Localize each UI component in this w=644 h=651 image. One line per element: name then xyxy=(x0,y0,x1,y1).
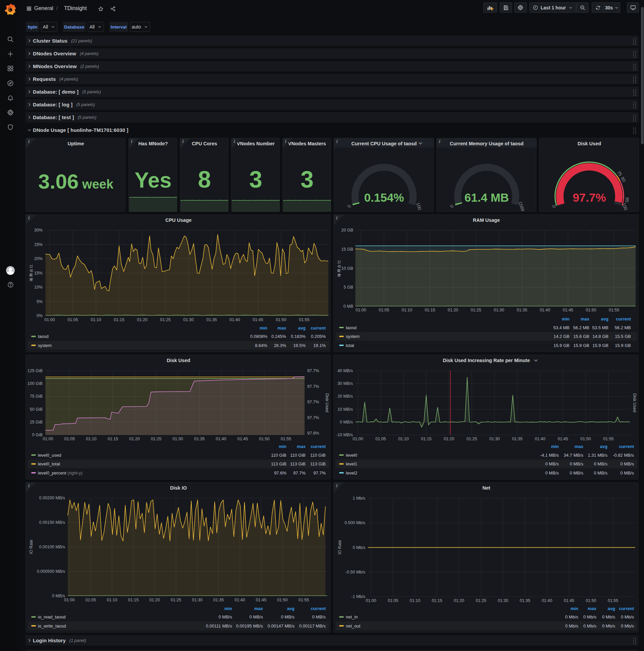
svg-text:Current Memory Usage of taosd: Current Memory Usage of taosd xyxy=(450,141,523,146)
svg-text:01:45: 01:45 xyxy=(557,437,568,441)
svg-text:34.7 MB/s: 34.7 MB/s xyxy=(564,453,583,458)
svg-text:01:20: 01:20 xyxy=(137,317,147,322)
svg-text:max: max xyxy=(588,606,597,611)
svg-text:0.000500 MB/s: 0.000500 MB/s xyxy=(37,569,65,574)
svg-text:-10 MB/s: -10 MB/s xyxy=(336,433,353,437)
svg-text:system: system xyxy=(38,343,52,348)
svg-text:15.6 GB: 15.6 GB xyxy=(573,334,589,339)
svg-text:max: max xyxy=(575,444,584,449)
svg-text:VNodes Masters: VNodes Masters xyxy=(288,141,326,146)
svg-text:Disk Used: Disk Used xyxy=(167,358,190,363)
svg-text:Disk IO: Disk IO xyxy=(170,485,187,491)
svg-text:100 GiB: 100 GiB xyxy=(28,381,42,386)
svg-text:0 MB/s: 0 MB/s xyxy=(312,614,326,619)
svg-text:01:35: 01:35 xyxy=(206,317,217,322)
svg-text:50 GiB: 50 GiB xyxy=(30,407,42,412)
svg-text:15.9 GB: 15.9 GB xyxy=(553,343,570,348)
svg-text:30 MB/s: 30 MB/s xyxy=(337,381,353,386)
svg-text:VNodes Number: VNodes Number xyxy=(237,141,275,146)
svg-text:0 MB/s: 0 MB/s xyxy=(250,614,263,619)
svg-text:0 Mb/s: 0 Mb/s xyxy=(602,614,615,619)
svg-text:01:30: 01:30 xyxy=(498,598,508,603)
svg-text:taosd: taosd xyxy=(38,334,49,339)
svg-text:01:50: 01:50 xyxy=(277,598,287,602)
svg-text:Disk Used Increasing Rate per: Disk Used Increasing Rate per Minute xyxy=(443,358,529,363)
svg-text:97.7%: 97.7% xyxy=(307,400,319,404)
svg-text:current: current xyxy=(619,444,634,449)
svg-text:0 MB/s: 0 MB/s xyxy=(52,594,65,598)
svg-text:min: min xyxy=(571,606,578,611)
svg-text:Current CPU Usage of taosd: Current CPU Usage of taosd xyxy=(351,141,417,146)
svg-text:0 MB: 0 MB xyxy=(344,304,353,309)
svg-text:min: min xyxy=(260,326,267,331)
svg-text:95: 95 xyxy=(624,197,630,203)
svg-text:total: total xyxy=(346,343,354,348)
svg-text:min: min xyxy=(551,444,559,449)
svg-text:01:25: 01:25 xyxy=(160,317,170,322)
svg-text:current: current xyxy=(311,326,326,331)
svg-text:75 GiB: 75 GiB xyxy=(30,394,42,399)
svg-text:3.06 week: 3.06 week xyxy=(38,170,114,193)
svg-text:0%: 0% xyxy=(37,313,42,318)
svg-text:01:10: 01:10 xyxy=(91,317,101,322)
svg-text:01:50: 01:50 xyxy=(586,308,596,312)
svg-text:110 GiB: 110 GiB xyxy=(310,453,326,458)
svg-text:3: 3 xyxy=(300,166,314,193)
svg-text:01:05: 01:05 xyxy=(86,598,96,602)
svg-text:-0.82 MB/s: -0.82 MB/s xyxy=(613,453,634,458)
svg-text:113 GiB: 113 GiB xyxy=(271,461,286,466)
svg-text:01:10: 01:10 xyxy=(107,598,117,602)
svg-text:1 Mb/s: 1 Mb/s xyxy=(353,496,365,501)
svg-text:min: min xyxy=(224,606,232,611)
svg-text:01:40: 01:40 xyxy=(540,308,550,312)
svg-text:0 MB/s: 0 MB/s xyxy=(620,470,634,475)
svg-text:01:20: 01:20 xyxy=(129,437,139,441)
svg-text:97.7%: 97.7% xyxy=(313,470,326,475)
svg-text:01:20: 01:20 xyxy=(448,308,458,312)
svg-text:Disk Used: Disk Used xyxy=(325,393,329,412)
svg-text:01:50: 01:50 xyxy=(259,437,269,441)
svg-text:01:20: 01:20 xyxy=(454,598,464,603)
svg-text:0.00147 MB/s: 0.00147 MB/s xyxy=(268,623,295,628)
svg-text:01:15: 01:15 xyxy=(128,598,138,602)
svg-text:100: 100 xyxy=(621,202,628,211)
svg-text:53.4 MB: 53.4 MB xyxy=(553,325,570,330)
svg-text:Has MNode?: Has MNode? xyxy=(138,141,168,146)
svg-text:-1 Mb/s: -1 Mb/s xyxy=(351,594,365,599)
svg-text:01:55: 01:55 xyxy=(299,317,309,322)
svg-text:5%: 5% xyxy=(37,299,42,304)
svg-text:CPU Cores: CPU Cores xyxy=(192,141,217,146)
svg-text:level0: level0 xyxy=(346,453,357,458)
svg-text:01:00: 01:00 xyxy=(365,598,376,603)
svg-text:01:45: 01:45 xyxy=(253,317,263,322)
svg-text:01:10: 01:10 xyxy=(398,437,409,441)
svg-text:0.00100 MB/s: 0.00100 MB/s xyxy=(39,545,65,549)
svg-text:01:00: 01:00 xyxy=(356,308,366,312)
svg-text:01:55: 01:55 xyxy=(609,308,619,312)
svg-text:97.7%: 97.7% xyxy=(307,368,319,373)
svg-text:56.2 MB: 56.2 MB xyxy=(615,325,631,330)
svg-text:0.183%: 0.183% xyxy=(291,334,306,339)
svg-text:01:35: 01:35 xyxy=(194,437,204,441)
svg-text:0 Mb/s: 0 Mb/s xyxy=(565,623,579,628)
svg-text:0: 0 xyxy=(449,204,454,209)
svg-text:Disk Used: Disk Used xyxy=(577,141,601,146)
svg-text:20 GB: 20 GB xyxy=(342,228,353,232)
svg-text:01:35: 01:35 xyxy=(517,308,527,312)
svg-text:0 MB/s: 0 MB/s xyxy=(570,461,584,466)
svg-text:01:20: 01:20 xyxy=(149,598,160,602)
svg-text:0.00150 MB/s: 0.00150 MB/s xyxy=(39,520,65,525)
svg-text:15 GB: 15 GB xyxy=(342,247,353,252)
svg-text:max: max xyxy=(581,316,590,321)
svg-text:current: current xyxy=(311,444,326,449)
svg-text:io_read_taosd: io_read_taosd xyxy=(38,614,65,619)
svg-text:Disk Used: Disk Used xyxy=(632,393,637,412)
svg-text:01:55: 01:55 xyxy=(608,598,618,603)
svg-text:01:05: 01:05 xyxy=(379,308,389,312)
svg-text:current: current xyxy=(311,606,326,611)
svg-text:15.9 GB: 15.9 GB xyxy=(592,343,608,348)
svg-text:0 MB/s: 0 MB/s xyxy=(281,614,295,619)
svg-text:Uptime: Uptime xyxy=(67,141,84,146)
svg-text:01:35: 01:35 xyxy=(213,598,224,602)
svg-text:3: 3 xyxy=(249,166,262,193)
